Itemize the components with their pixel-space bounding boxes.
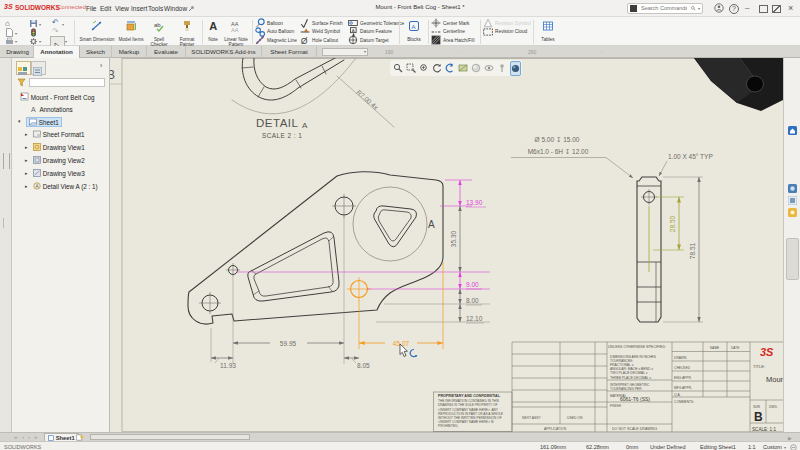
task-pane-library-icon[interactable] <box>788 196 797 205</box>
previous-view-icon[interactable] <box>445 63 455 73</box>
blocks-button[interactable]: A Blocks <box>402 18 426 45</box>
sheet-tab-active[interactable]: Sheet1 <box>44 433 79 441</box>
left-panel-strip[interactable] <box>0 58 12 432</box>
rebuild-icon[interactable] <box>29 28 38 37</box>
tree-item-sheet-format[interactable]: Sheet Format1 <box>33 130 84 138</box>
menu-window[interactable]: Window <box>164 5 187 12</box>
undo-dropdown-icon[interactable]: ▾ <box>62 22 64 27</box>
panel-expand-chevron-icon[interactable]: › <box>100 62 102 69</box>
home-icon[interactable]: ⌂ <box>5 19 14 28</box>
model-items-button[interactable]: Model Items <box>118 18 144 45</box>
expand-arrow-icon[interactable]: ▸ <box>25 170 28 176</box>
tree-root[interactable]: Mount - Front Belt Cog <box>20 92 94 101</box>
first-sheet-button[interactable]: « <box>14 434 17 440</box>
view-settings-button[interactable] <box>510 61 521 76</box>
dimension[interactable]: 59.95 <box>280 340 297 347</box>
tab-options-combo[interactable]: ▾ <box>322 48 368 56</box>
dimension[interactable]: 8.05 <box>357 362 370 369</box>
new-document-icon[interactable] <box>5 28 14 37</box>
tab-drawing[interactable]: Drawing <box>2 46 34 58</box>
next-sheet-button[interactable]: › <box>28 434 30 440</box>
chamfer-note[interactable]: 1.00 X 45° TYP <box>659 153 713 176</box>
print-dropdown-icon[interactable]: ▾ <box>15 39 17 44</box>
task-pane-appearances-icon[interactable] <box>788 208 797 217</box>
linear-note-pattern-button[interactable]: AAAA Linear Note Pattern <box>222 18 250 45</box>
datum-target-button[interactable]: Datum Target <box>348 36 389 44</box>
tab-evaluate[interactable]: Evaluate <box>147 46 186 58</box>
detail-view-a[interactable]: R7.00 4x DETAIL A SCALE 2 : 1 <box>232 58 394 139</box>
tree-item-drawing-view1[interactable]: Drawing View1 <box>33 143 85 151</box>
drawing-view-side[interactable] <box>637 177 661 322</box>
radius-dimension[interactable]: R7.00 4x <box>355 88 380 111</box>
expand-arrow-icon[interactable]: ▸ <box>25 144 28 150</box>
task-pane-resources-icon[interactable] <box>788 184 797 193</box>
hole-callout[interactable]: Ø 5.00 ↧ 15.00 M6x1.0 - 6H ↧ 12.00 <box>511 136 633 178</box>
help-icon[interactable]: ? <box>729 4 739 14</box>
minimize-button[interactable]: – <box>745 3 749 12</box>
vertical-scrollbar-thumb[interactable] <box>786 238 799 280</box>
hide-show-icon[interactable] <box>484 63 494 73</box>
search-icon[interactable] <box>691 5 696 12</box>
dimension-selected[interactable]: 28.50 <box>669 215 676 232</box>
chamfer-note-text[interactable]: 1.00 X 45° TYP <box>668 153 713 160</box>
save-dropdown-icon[interactable]: ▾ <box>39 22 41 27</box>
hole-callout-line2[interactable]: M6x1.0 - 6H ↧ 12.00 <box>528 148 589 155</box>
popout-button[interactable] <box>772 5 781 13</box>
dimension[interactable]: 11.93 <box>220 362 236 369</box>
dimension[interactable]: 12.10 <box>466 315 483 322</box>
expand-arrow-icon[interactable]: ▸ <box>25 183 28 189</box>
expand-arrow-icon[interactable]: ▾ <box>18 118 21 124</box>
detail-boundary-arc[interactable] <box>232 58 356 114</box>
statusbar-config[interactable]: Custom <box>763 444 782 450</box>
search-dropdown-icon[interactable]: ▾ <box>698 6 700 11</box>
hole-left[interactable] <box>199 292 221 314</box>
zoom-area-icon[interactable] <box>406 63 416 73</box>
tab-sketch[interactable]: Sketch <box>80 46 112 58</box>
hole-callout-line1[interactable]: Ø 5.00 ↧ 15.00 <box>535 136 580 143</box>
pin-toolbar-icon[interactable] <box>497 63 507 73</box>
section-view-icon[interactable] <box>458 63 468 73</box>
dimension[interactable]: 9.00 <box>466 281 479 288</box>
smart-dimension-button[interactable]: Smart Dimension <box>78 18 116 45</box>
panel-grip[interactable] <box>3 218 9 228</box>
detail-circle[interactable] <box>353 187 427 261</box>
revision-cloud-button[interactable]: Revision Cloud <box>483 28 527 36</box>
format-painter-button[interactable]: Format Painter <box>174 18 200 45</box>
last-sheet-button[interactable]: » <box>34 434 37 440</box>
filter-input[interactable] <box>29 78 105 87</box>
prev-sheet-button[interactable]: ‹ <box>22 434 24 440</box>
statusbar-scale[interactable]: 1:1 <box>748 444 756 450</box>
tree-item-sheet1[interactable]: Sheet1 <box>26 117 62 127</box>
rotate-view-icon[interactable] <box>432 63 442 73</box>
search-box[interactable]: ▾ <box>627 3 703 14</box>
graphics-area[interactable]: B R7.00 4x DETAIL A SCALE 2 : 1 <box>110 58 783 432</box>
tab-property-manager-icon[interactable] <box>31 61 46 75</box>
undo-icon[interactable]: ↶ <box>52 18 61 27</box>
tab-feature-tree-icon[interactable] <box>16 61 31 75</box>
hscrollbar-thumb[interactable] <box>90 434 250 440</box>
panel-grip[interactable] <box>3 153 10 169</box>
pin-icon[interactable] <box>187 5 195 13</box>
search-input[interactable] <box>639 4 689 12</box>
options-dropdown-icon[interactable]: ▾ <box>39 39 41 44</box>
hole-top[interactable] <box>332 194 356 218</box>
statusbar-options-icon[interactable] <box>790 444 797 450</box>
menu-file[interactable]: File <box>86 5 96 12</box>
tab-sheet-format[interactable]: Sheet Format <box>262 46 317 58</box>
expand-arrow-icon[interactable]: ▸ <box>25 157 28 163</box>
expand-arrow-icon[interactable]: ▸ <box>25 131 28 137</box>
menu-edit[interactable]: Edit <box>100 5 111 12</box>
save-icon[interactable] <box>29 19 38 28</box>
tree-item-annotations[interactable]: A Annotations <box>30 105 73 113</box>
restore-button[interactable] <box>759 5 768 13</box>
shaded-3d-part[interactable] <box>694 58 783 111</box>
close-button[interactable]: × <box>788 3 793 13</box>
task-pane-home-icon[interactable] <box>788 126 797 135</box>
add-sheet-icon[interactable] <box>76 434 84 441</box>
menu-insert[interactable]: Insert <box>131 5 147 12</box>
hole-callout-button[interactable]: Ø Hole Callout <box>300 36 338 44</box>
tab-annotation[interactable]: Annotation <box>34 46 80 58</box>
note-button[interactable]: A Note <box>205 18 221 45</box>
spell-checker-button[interactable]: ab Spell Checker <box>146 18 172 45</box>
config-dropdown-icon[interactable]: ▾ <box>784 445 786 450</box>
